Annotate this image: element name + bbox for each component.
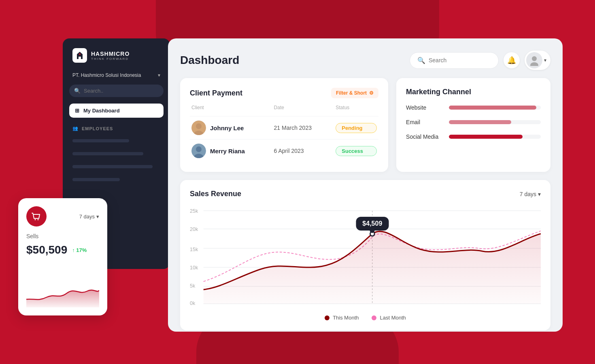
- sidebar-search-input[interactable]: [84, 88, 159, 94]
- legend-this-month: This Month: [325, 315, 359, 321]
- sales-days-selector[interactable]: 7 days ▾: [520, 191, 541, 197]
- filter-label: Filter & Short: [336, 90, 367, 96]
- marketing-row-website: Website: [406, 104, 541, 111]
- bar-track-website: [449, 106, 541, 110]
- table-header: Client Date Status: [190, 105, 378, 110]
- nav-skeleton-4: [72, 178, 120, 181]
- logo: HASHMICRO THINK FORWARD: [69, 48, 164, 63]
- company-name: PT. Hashmicro Solusi Indonesia: [72, 72, 141, 78]
- brand-name: HASHMICRO: [91, 51, 130, 57]
- sales-revenue-card: Sales Revenue 7 days ▾ $4,509 25k: [180, 180, 550, 330]
- nav-skeleton-2: [72, 152, 143, 155]
- tooltip-value: $4,509: [362, 220, 382, 227]
- svg-text:25k: 25k: [190, 208, 198, 214]
- col-client: Client: [191, 105, 274, 110]
- nav-skeleton-1: [72, 139, 129, 142]
- client-payment-header: Client Payment Filter & Short ⚙: [190, 88, 378, 98]
- client-date-1: 21 March 2023: [274, 125, 336, 131]
- main-search-icon: 🔍: [417, 57, 425, 64]
- sales-header: Sales Revenue 7 days ▾: [190, 190, 541, 198]
- channel-label-social: Social Media: [406, 133, 442, 140]
- brand-tagline: THINK FORWARD: [91, 57, 130, 61]
- company-selector[interactable]: PT. Hashmicro Solusi Indonesia ▾: [69, 72, 164, 78]
- channel-label-website: Website: [406, 104, 442, 111]
- sales-title: Sales Revenue: [190, 190, 241, 198]
- table-row: Merry Riana 6 April 2023 Success: [190, 139, 378, 162]
- filter-button[interactable]: Filter & Short ⚙: [331, 88, 378, 98]
- svg-text:15k: 15k: [190, 246, 198, 252]
- sidebar-search-bar[interactable]: 🔍: [69, 85, 164, 97]
- client-name-1: Johnny Lee: [210, 125, 244, 131]
- bar-track-social: [449, 135, 541, 139]
- bar-fill-website: [449, 106, 536, 110]
- legend-dot-this-month: [325, 315, 329, 320]
- svg-point-0: [79, 53, 81, 55]
- client-info-1: Johnny Lee: [191, 121, 274, 135]
- employees-icon: 👥: [72, 126, 79, 131]
- top-bar: Dashboard 🔍 🔔 ▾: [180, 51, 550, 70]
- sells-card: 7 days ▾ Sells $50,509 ↑ 17%: [18, 198, 107, 315]
- sales-chart: $4,509 25k 20k 15k 10k 5k 0k: [190, 205, 541, 310]
- chevron-down-icon: ▾: [158, 72, 160, 78]
- client-payment-card: Client Payment Filter & Short ⚙ Client D…: [180, 78, 388, 172]
- channel-label-email: Email: [406, 119, 442, 125]
- client-avatar-2: [191, 144, 206, 158]
- sells-chevron-icon: ▾: [96, 214, 99, 220]
- svg-text:10k: 10k: [190, 265, 198, 271]
- marketing-title: Marketing Channel: [406, 88, 471, 96]
- col-date: Date: [274, 105, 336, 110]
- chart-tooltip: $4,509: [356, 217, 389, 231]
- sells-mini-chart: [26, 279, 99, 307]
- sells-icon-circle: [26, 206, 47, 226]
- notification-icon: 🔔: [507, 56, 516, 65]
- legend-label-last-month: Last Month: [380, 315, 406, 321]
- marketing-rows: Website Email Social Media: [406, 104, 541, 140]
- dashboard-icon: ⊞: [75, 108, 79, 114]
- sells-days-selector[interactable]: 7 days ▾: [79, 214, 99, 220]
- main-area: Dashboard 🔍 🔔 ▾: [168, 38, 563, 332]
- nav-section-employees: 👥 EMPLOYEES: [69, 126, 164, 131]
- chart-legend: This Month Last Month: [190, 315, 541, 321]
- client-name-2: Merry Riana: [210, 148, 245, 154]
- page-title: Dashboard: [180, 54, 239, 67]
- sales-days-label: 7 days: [520, 191, 536, 197]
- svg-point-3: [532, 56, 537, 61]
- table-row: Johnny Lee 21 March 2023 Pending: [190, 116, 378, 139]
- status-badge-1: Pending: [336, 123, 377, 133]
- svg-point-4: [530, 62, 538, 66]
- sells-days-label: 7 days: [79, 214, 95, 220]
- status-badge-2: Success: [336, 146, 377, 156]
- main-search-bar[interactable]: 🔍: [410, 52, 499, 69]
- sidebar-item-label: My Dashboard: [83, 108, 120, 114]
- logo-icon: [72, 48, 87, 63]
- main-search-input[interactable]: [429, 57, 491, 63]
- client-avatar-1: [191, 121, 206, 135]
- notification-button[interactable]: 🔔: [504, 52, 520, 68]
- legend-dot-last-month: [372, 315, 376, 320]
- sidebar-item-dashboard[interactable]: ⊞ My Dashboard: [69, 104, 164, 118]
- svg-point-2: [38, 219, 39, 220]
- marketing-channel-card: Marketing Channel Website Email Social M…: [396, 78, 550, 172]
- filter-icon: ⚙: [369, 90, 374, 96]
- bar-fill-email: [449, 120, 511, 124]
- legend-label-this-month: This Month: [333, 315, 359, 321]
- bar-fill-social: [449, 135, 523, 139]
- sells-card-header: 7 days ▾: [26, 206, 99, 226]
- user-avatar: [526, 52, 542, 68]
- marketing-row-email: Email: [406, 119, 541, 125]
- svg-text:20k: 20k: [190, 226, 198, 232]
- content-row-1: Client Payment Filter & Short ⚙ Client D…: [180, 78, 550, 172]
- bar-track-email: [449, 120, 541, 124]
- client-date-2: 6 April 2023: [274, 148, 336, 154]
- svg-point-9: [196, 146, 202, 152]
- section-label: EMPLOYEES: [82, 126, 113, 131]
- sells-label: Sells: [26, 233, 99, 239]
- svg-point-6: [196, 123, 202, 129]
- logo-text: HASHMICRO THINK FORWARD: [91, 51, 130, 61]
- search-icon: 🔍: [74, 88, 81, 94]
- svg-text:0k: 0k: [190, 300, 196, 306]
- sells-change: ↑ 17%: [72, 247, 87, 253]
- client-info-2: Merry Riana: [191, 144, 274, 158]
- avatar-dropdown[interactable]: ▾: [525, 51, 550, 70]
- client-payment-title: Client Payment: [190, 89, 242, 97]
